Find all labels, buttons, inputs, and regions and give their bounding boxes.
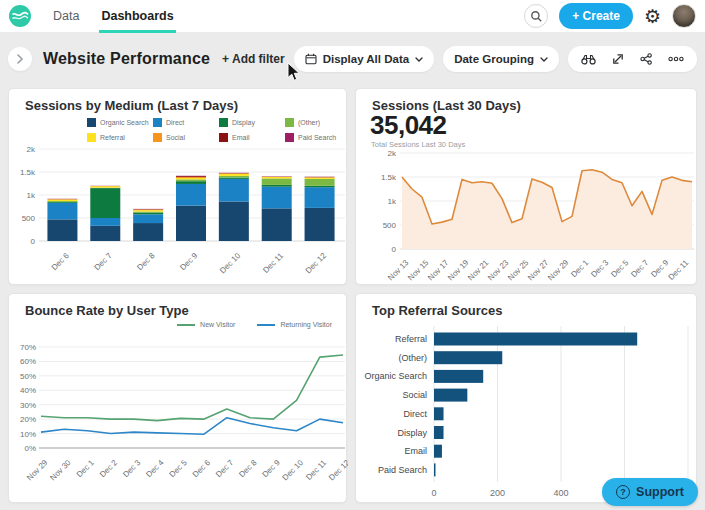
panel-top-referral-sources: Top Referral Sources 0200400600Referral(… [355, 293, 697, 503]
svg-text:Nov 21: Nov 21 [466, 258, 491, 283]
panel-sessions-by-medium: Sessions by Medium (Last 7 Days) Organic… [8, 88, 347, 285]
svg-text:(Other): (Other) [398, 353, 427, 363]
add-filter-button[interactable]: + Add filter [222, 52, 285, 66]
fullscreen-expand-icon[interactable] [612, 53, 624, 65]
chevron-down-icon [415, 57, 423, 62]
top-navbar: Data Dashboards + Create ⚙ [0, 0, 705, 33]
svg-text:Dec 7: Dec 7 [93, 251, 115, 273]
svg-text:Nov 19: Nov 19 [446, 258, 471, 283]
svg-text:Nov 29: Nov 29 [546, 258, 571, 283]
tab-data[interactable]: Data [51, 0, 81, 33]
dashboard-tools-group [568, 46, 697, 72]
svg-text:Dec 3: Dec 3 [121, 458, 143, 480]
svg-text:20%: 20% [20, 415, 36, 424]
svg-text:0%: 0% [24, 444, 36, 453]
svg-text:Dec 4: Dec 4 [144, 458, 166, 480]
display-dropdown-label: Display All Data [323, 53, 410, 65]
svg-text:60%: 60% [20, 357, 36, 366]
svg-text:Nov 27: Nov 27 [526, 258, 551, 283]
legend-line-swatch [257, 324, 275, 326]
svg-text:1k: 1k [388, 197, 397, 206]
svg-text:Dec 12: Dec 12 [304, 251, 329, 276]
search-button[interactable] [524, 4, 548, 28]
search-icon [530, 10, 543, 23]
legend-swatch [285, 118, 294, 127]
svg-text:1.5k: 1.5k [20, 168, 36, 177]
bounce-rate-legend: New VisitorReturning Visitor [177, 321, 332, 328]
svg-text:Dec 9: Dec 9 [261, 458, 283, 480]
svg-text:Nov 30: Nov 30 [48, 458, 73, 483]
more-options-ellipsis-icon[interactable] [668, 56, 684, 62]
legend-label: Social [166, 134, 185, 141]
svg-text:Nov 17: Nov 17 [426, 258, 451, 283]
svg-text:Direct: Direct [403, 409, 427, 419]
chevron-down-icon [540, 57, 548, 62]
chart-title: Sessions by Medium (Last 7 Days) [25, 98, 238, 113]
sessions-by-medium-legend: Organic SearchDirectDisplay(Other)Referr… [87, 116, 350, 144]
svg-text:Dec 1: Dec 1 [569, 258, 591, 280]
user-avatar[interactable] [672, 4, 696, 28]
svg-text:Dec 11: Dec 11 [304, 458, 328, 482]
legend-item: New Visitor [177, 321, 235, 328]
support-button[interactable]: ? Support [602, 478, 698, 506]
legend-swatch [153, 118, 162, 127]
settings-gear-icon[interactable]: ⚙ [644, 7, 661, 26]
navbar-actions: + Create ⚙ [524, 3, 696, 29]
svg-text:Dec 5: Dec 5 [609, 258, 631, 280]
legend-label: New Visitor [200, 321, 235, 328]
share-icon[interactable] [640, 53, 652, 65]
legend-item: Display [219, 116, 284, 129]
page-title: Website Performance [43, 50, 210, 68]
sessions-by-medium-chart[interactable]: 05001k1.5k2kDec 6Dec 7Dec 8Dec 9Dec 10De… [9, 143, 348, 285]
svg-text:Referral: Referral [395, 334, 427, 344]
svg-text:Dec 6: Dec 6 [50, 251, 72, 273]
top-referral-sources-chart[interactable]: 0200400600Referral(Other)Organic SearchS… [356, 322, 698, 504]
question-mark-icon: ? [616, 485, 630, 499]
display-all-data-dropdown[interactable]: Display All Data [294, 46, 435, 72]
svg-text:Dec 12: Dec 12 [327, 458, 348, 483]
svg-text:Dec 11: Dec 11 [261, 251, 285, 275]
svg-text:Social: Social [402, 390, 427, 400]
toolbar-actions: + Add filter Display All Data Date Group… [222, 46, 697, 72]
legend-item: Returning Visitor [257, 321, 332, 328]
legend-label: Returning Visitor [280, 321, 332, 328]
svg-text:2k: 2k [388, 149, 397, 158]
svg-text:Paid Search: Paid Search [378, 465, 427, 475]
legend-swatch [87, 133, 96, 142]
svg-text:500: 500 [22, 214, 36, 223]
svg-text:Dec 7: Dec 7 [629, 258, 651, 280]
sessions-30-days-chart[interactable]: 05001k1.5k2kNov 13Nov 15Nov 17Nov 19Nov … [356, 145, 698, 285]
date-grouping-dropdown[interactable]: Date Grouping [443, 46, 559, 72]
dashboard-app: Data Dashboards + Create ⚙ Website Perfo… [0, 0, 705, 510]
legend-label: Paid Search [298, 134, 336, 141]
svg-text:Nov 25: Nov 25 [506, 258, 531, 283]
svg-text:Organic Search: Organic Search [364, 371, 427, 381]
legend-label: Organic Search [100, 119, 149, 126]
present-binoculars-icon[interactable] [581, 54, 596, 65]
svg-text:1k: 1k [27, 191, 36, 200]
svg-text:Dec 9: Dec 9 [178, 251, 200, 273]
bounce-rate-chart[interactable]: 0%10%20%30%40%50%60%70%Nov 29Nov 30Dec 1… [9, 338, 348, 502]
expand-nav-button[interactable] [8, 47, 32, 71]
svg-text:0: 0 [31, 237, 36, 246]
total-sessions-value: 35,042 [370, 110, 447, 141]
chevron-right-icon [16, 54, 24, 64]
svg-text:Dec 2: Dec 2 [98, 458, 120, 480]
legend-label: Display [232, 119, 255, 126]
tab-dashboards[interactable]: Dashboards [99, 0, 175, 33]
dashboard-toolbar: Website Performance + Add filter Display… [8, 43, 697, 75]
svg-text:Nov 23: Nov 23 [486, 258, 511, 283]
create-button[interactable]: + Create [559, 3, 633, 29]
legend-label: Email [232, 134, 250, 141]
legend-item: Organic Search [87, 116, 152, 129]
legend-item: Direct [153, 116, 218, 129]
legend-swatch [285, 133, 294, 142]
klipfolio-logo-icon[interactable] [9, 5, 31, 27]
chart-title: Top Referral Sources [372, 303, 503, 318]
panel-sessions-30-days: Sessions (Last 30 Days) 35,042 Total Ses… [355, 88, 697, 285]
svg-text:1.5k: 1.5k [381, 173, 397, 182]
svg-text:2k: 2k [27, 145, 36, 154]
calendar-icon [305, 53, 317, 65]
legend-line-swatch [177, 324, 195, 326]
svg-text:200: 200 [490, 488, 505, 498]
